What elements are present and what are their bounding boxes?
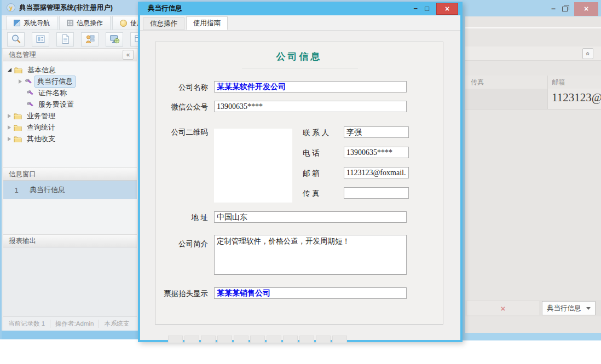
minimize-button[interactable]: −: [551, 4, 556, 13]
tree-item-label: 业务管理: [25, 111, 57, 122]
hammer-icon: [25, 78, 32, 85]
right-window-bottom-border: [465, 333, 601, 340]
search-button[interactable]: [7, 32, 25, 47]
user-icon: [85, 34, 95, 44]
monitor-globe-icon: [109, 34, 120, 44]
expander-closed-icon[interactable]: [8, 114, 11, 118]
row-index: 1: [3, 186, 30, 194]
tree-item-basic-info[interactable]: 基本信息: [3, 64, 137, 76]
app-logo-icon: y: [7, 3, 15, 12]
help-clock-icon: [120, 20, 127, 27]
sidebar-header-label: 报表输出: [9, 236, 36, 246]
tree-item-pawnshop-info[interactable]: 典当行信息: [3, 76, 137, 87]
report-list-icon: [36, 34, 46, 44]
expander-closed-icon[interactable]: [19, 79, 22, 84]
tree-item-label: 其他收支: [25, 134, 57, 145]
divider: [465, 27, 601, 28]
view-select-dropdown[interactable]: 典当行信息: [542, 301, 596, 315]
ribbon-tab-label: 信息操作: [77, 19, 103, 28]
contact-label: 联 系 人: [303, 128, 329, 138]
tree-item-label: 服务费设置: [36, 99, 76, 110]
email-label: 邮 箱: [303, 169, 320, 178]
phone-input[interactable]: [344, 147, 409, 158]
clear-filter-button[interactable]: ×: [467, 301, 539, 315]
sidebar-header-info-window: 信息窗口: [3, 167, 137, 181]
restore-button[interactable]: [562, 7, 568, 11]
company-info-form: 公司信息 公司名称 微信公众号 公司二维码 联 系 人 电 话 邮 箱 传 真 …: [155, 42, 443, 325]
monitor-button[interactable]: [106, 32, 123, 47]
status-bar: 当前记录数 1 操作者:Admin 本系统支: [3, 316, 137, 331]
intro-textarea[interactable]: 定制管理软件，价格公道，开发周期短！: [214, 235, 407, 275]
expander-open-icon[interactable]: [8, 68, 11, 72]
tree-item-other-income[interactable]: 其他收支: [3, 133, 137, 145]
close-button[interactable]: ×: [574, 2, 598, 16]
right-window: − × « 传真 邮箱 1123123@ × 典当行信息: [463, 0, 601, 340]
address-input[interactable]: [214, 211, 407, 223]
document-button[interactable]: [56, 32, 74, 47]
sidebar-header-report-output: 报表输出: [3, 234, 137, 247]
column-header-email[interactable]: 邮箱: [552, 78, 565, 87]
tree-item-label: 典当行信息: [34, 76, 76, 88]
right-bottom-bar: × 典当行信息: [465, 300, 601, 316]
email-input[interactable]: [344, 167, 409, 178]
tree-item-label: 基本信息: [25, 65, 58, 76]
document-icon: [60, 34, 71, 44]
main-window-title: 典当票据管理系统(非注册用户): [19, 3, 113, 13]
info-window-empty-area: [3, 199, 137, 234]
bill-title-input[interactable]: [214, 287, 407, 299]
dialog-tab-info-ops[interactable]: 信息操作: [143, 18, 184, 30]
intro-label: 公司简介: [155, 239, 208, 249]
tree-item-certificate-name[interactable]: 证件名称: [3, 87, 137, 99]
dialog-tab-bar: 信息操作 使用指南: [140, 15, 460, 31]
report-output-empty-area: [3, 247, 137, 316]
close-button[interactable]: ×: [436, 3, 458, 15]
minimize-button[interactable]: −: [414, 4, 418, 13]
company-name-input[interactable]: [214, 81, 407, 93]
right-panel-header: «: [465, 47, 601, 61]
folder-icon: [14, 113, 22, 119]
clipped-button-row: [168, 336, 347, 343]
bill-title-label: 票据抬头显示: [155, 289, 208, 299]
fax-cell: [465, 89, 547, 109]
contact-input[interactable]: [344, 126, 409, 138]
maximize-button[interactable]: □: [425, 4, 429, 13]
sidebar-header-label: 信息窗口: [9, 170, 36, 179]
table-row[interactable]: 1123123@: [465, 89, 601, 109]
hammer-icon: [26, 101, 33, 108]
tree-item-query-stats[interactable]: 查询统计: [3, 122, 137, 133]
pawnshop-info-dialog: 典当行信息 − □ × 信息操作 使用指南 公司信息 公司名称 微信公众号 公司…: [138, 2, 463, 342]
dialog-titlebar[interactable]: 典当行信息 − □ ×: [140, 2, 460, 15]
company-name-label: 公司名称: [155, 83, 208, 93]
system-nav-icon: [14, 20, 20, 26]
grid-icon: [67, 20, 73, 26]
fax-input[interactable]: [344, 187, 409, 199]
ribbon-tab-system-nav[interactable]: 系统导航: [6, 16, 57, 30]
folder-icon: [14, 67, 22, 73]
column-header-fax[interactable]: 传真: [471, 78, 484, 87]
fax-label: 传 真: [303, 189, 320, 199]
ribbon-tab-info-ops[interactable]: 信息操作: [59, 16, 111, 30]
chevron-down-icon: [586, 307, 591, 310]
status-system-text: 本系统支: [99, 320, 134, 328]
sidebar-header-label: 信息管理: [9, 50, 36, 60]
sidebar-collapse-button[interactable]: «: [123, 50, 134, 60]
dialog-content: 公司信息 公司名称 微信公众号 公司二维码 联 系 人 电 话 邮 箱 传 真 …: [140, 31, 460, 340]
dropdown-value: 典当行信息: [547, 304, 581, 313]
search-icon: [11, 34, 21, 44]
dialog-tab-user-guide[interactable]: 使用指南: [186, 16, 228, 30]
screenshot-stage: y 典当票据管理系统(非注册用户) 系统导航 信息操作 使用指南: [0, 0, 601, 364]
user-button[interactable]: [81, 32, 99, 47]
form-heading: 公司信息: [155, 50, 443, 63]
qr-code-box[interactable]: [214, 129, 292, 203]
sidebar-header-info-management: 信息管理 «: [3, 48, 137, 61]
folder-icon: [14, 124, 22, 131]
expander-closed-icon[interactable]: [8, 137, 11, 141]
info-window-row[interactable]: 1 典当行信息: [3, 181, 137, 199]
tree-item-business-mgmt[interactable]: 业务管理: [3, 110, 137, 122]
wechat-input[interactable]: [214, 101, 407, 112]
report-list-button[interactable]: [32, 32, 49, 47]
tree-item-service-fee[interactable]: 服务费设置: [3, 99, 137, 110]
expander-closed-icon[interactable]: [8, 125, 11, 130]
status-operator: 操作者:Admin: [50, 320, 99, 328]
collapse-up-button[interactable]: «: [582, 48, 593, 59]
